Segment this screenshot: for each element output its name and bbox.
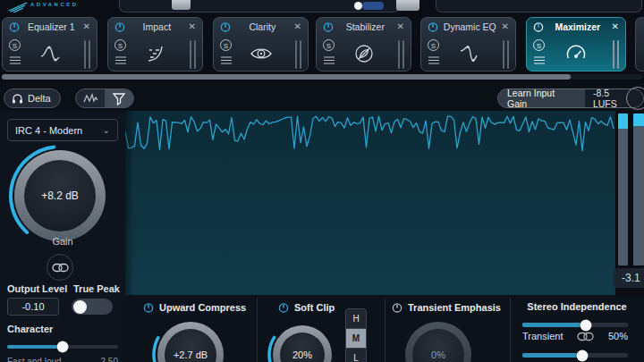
mix-toggle-knob[interactable]	[354, 2, 362, 10]
gain-reduction-readout[interactable]: -3.1	[614, 268, 644, 288]
character-desc: Fast and loud	[7, 357, 62, 362]
stereo-transient-slider[interactable]	[522, 353, 628, 358]
bypass-button[interactable]	[396, 0, 419, 11]
delta-button[interactable]: Delta	[4, 88, 61, 108]
module-title: Impact	[129, 21, 185, 32]
module-title: Stabilizer	[337, 21, 394, 32]
close-icon[interactable]: ✕	[83, 22, 90, 31]
power-icon[interactable]	[278, 302, 289, 313]
module-title: Clarity	[234, 21, 291, 32]
chevron-down-icon: ⌄	[103, 127, 110, 134]
module-meter	[503, 40, 505, 69]
learn-input-gain-button[interactable]: Learn Input Gain	[498, 89, 585, 107]
link-icon	[52, 263, 69, 273]
maximizer-gauge-icon	[564, 43, 588, 64]
close-icon[interactable]: ✕	[612, 22, 619, 31]
output-level-field[interactable]: -0.10	[7, 298, 59, 316]
stereo-limiter-slider[interactable]	[522, 323, 628, 327]
irc-mode-value: IRC 4 - Modern	[15, 125, 82, 136]
power-icon[interactable]	[114, 21, 125, 32]
solo-button[interactable]: S	[533, 39, 545, 51]
solo-button[interactable]: S	[323, 39, 335, 51]
gain-link-button[interactable]	[47, 254, 73, 281]
module-card-clarity[interactable]: Clarity ✕ S	[213, 17, 309, 72]
stereo-transient-value: 50%	[608, 331, 628, 341]
power-icon[interactable]	[143, 302, 154, 313]
module-title: Dynamic EQ	[442, 21, 498, 32]
module-meter	[190, 40, 192, 69]
menu-icon[interactable]	[115, 56, 126, 64]
true-peak-toggle[interactable]	[72, 299, 113, 315]
power-icon[interactable]	[9, 21, 20, 32]
stereo-limiter-slider-thumb[interactable]	[580, 319, 591, 331]
preset-bar[interactable]	[436, 0, 642, 13]
ozone-maximizer-window: ADVANCED Equalizer 1 ✕ S	[0, 0, 644, 362]
mix-toggle[interactable]	[362, 2, 384, 10]
quality-mid-button[interactable]: M	[346, 329, 366, 348]
solo-button[interactable]: S	[220, 39, 232, 51]
quality-high-button[interactable]: H	[346, 309, 366, 328]
menu-icon[interactable]	[221, 56, 232, 64]
character-slider[interactable]	[7, 345, 118, 349]
close-icon[interactable]: ✕	[294, 22, 301, 31]
module-card-maximizer[interactable]: Maximizer ✕ S	[526, 17, 626, 72]
module-card-equalizer[interactable]: Equalizer 1 ✕ S	[2, 17, 97, 72]
eye-icon	[250, 43, 273, 64]
input-waveform	[125, 116, 614, 151]
module-card-partial[interactable]	[635, 17, 644, 72]
module-meter	[398, 40, 401, 69]
link-icon[interactable]	[577, 332, 594, 341]
menu-icon[interactable]	[10, 56, 21, 64]
module-meter	[617, 40, 620, 69]
brand-label: ADVANCED	[30, 2, 79, 7]
gain-knob-face: +8.2 dB	[24, 160, 96, 232]
chain-scrollbar-thumb[interactable]	[2, 74, 571, 80]
soft-clip-header: Soft Clip	[278, 302, 335, 313]
irc-mode-select[interactable]: IRC 4 - Modern ⌄	[7, 119, 118, 141]
menu-icon[interactable]	[324, 56, 335, 64]
stabilizer-icon	[353, 43, 375, 64]
module-meter	[402, 40, 405, 69]
power-icon[interactable]	[428, 21, 438, 32]
menu-icon[interactable]	[534, 56, 545, 64]
character-slider-thumb[interactable]	[57, 341, 69, 353]
history-icon[interactable]	[626, 87, 644, 110]
divider	[257, 298, 258, 362]
soft-clip-label: Soft Clip	[294, 302, 335, 313]
module-meter	[507, 40, 510, 69]
power-icon[interactable]	[323, 21, 334, 32]
module-card-impact[interactable]: Impact ✕ S	[107, 17, 203, 72]
module-title: Equalizer 1	[23, 21, 80, 32]
module-meter	[300, 40, 302, 69]
power-icon[interactable]	[220, 21, 231, 32]
solo-button[interactable]: S	[114, 39, 126, 51]
divider	[385, 298, 386, 362]
close-icon[interactable]: ✕	[397, 22, 404, 31]
filter-view-button[interactable]	[105, 89, 133, 107]
izotope-logo-icon	[7, 1, 29, 13]
dynamic-eq-icon	[458, 43, 479, 64]
transient-emphasis-value: 0%	[431, 349, 445, 360]
quality-low-button[interactable]: L	[346, 349, 366, 362]
power-icon[interactable]	[392, 302, 402, 313]
power-icon[interactable]	[533, 21, 544, 32]
module-meter	[89, 40, 91, 69]
solo-button[interactable]: S	[428, 39, 439, 51]
module-meter	[295, 40, 298, 69]
close-icon[interactable]: ✕	[502, 22, 509, 31]
solo-button[interactable]: S	[9, 39, 21, 51]
stereo-transient-slider-thumb[interactable]	[577, 349, 589, 361]
gain-knob[interactable]: +8.2 dB	[14, 150, 106, 241]
headphones-icon	[12, 93, 23, 104]
close-icon[interactable]: ✕	[189, 22, 196, 31]
upward-compress-label: Upward Compress	[159, 302, 246, 313]
transport-button[interactable]	[172, 0, 191, 10]
module-meter	[613, 40, 615, 69]
upward-compress-value: +2.7 dB	[174, 349, 208, 360]
module-card-dynamic-eq[interactable]: Dynamic EQ ✕ S	[420, 17, 516, 72]
top-bar: ADVANCED	[0, 0, 644, 15]
module-card-stabilizer[interactable]: Stabilizer ✕ S	[316, 17, 411, 72]
menu-icon[interactable]	[428, 56, 439, 64]
waveform-view-button[interactable]	[76, 89, 105, 107]
stereo-transient-row: Transient 50%	[522, 331, 628, 341]
